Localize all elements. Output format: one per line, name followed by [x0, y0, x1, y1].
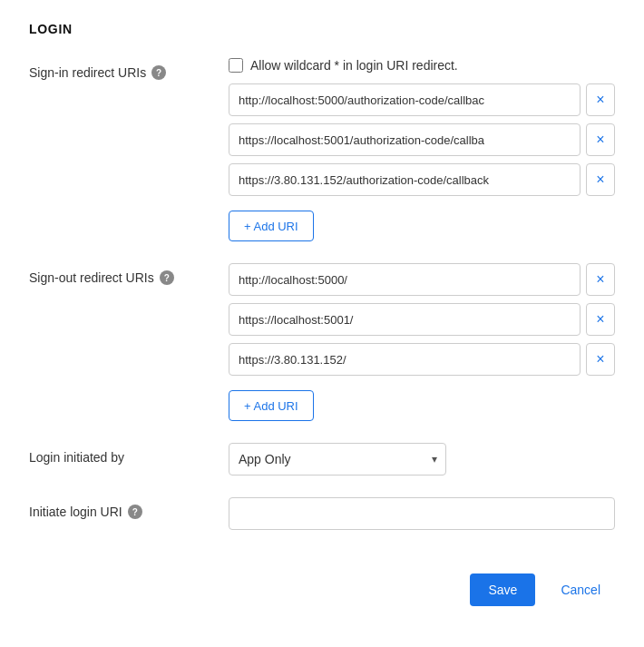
signin-label: Sign-in redirect URIs ?: [29, 58, 229, 80]
login-initiated-label: Login initiated by: [29, 443, 229, 465]
signout-redirect-row: Sign-out redirect URIs ? × × × + Add URI: [29, 263, 615, 421]
signin-uri-input-0[interactable]: [229, 83, 581, 116]
login-initiated-select[interactable]: App Only Either (Okta or App) Okta only: [229, 443, 446, 475]
signin-remove-btn-0[interactable]: ×: [586, 83, 615, 116]
remove-icon-2: ×: [596, 172, 604, 188]
signin-content: Allow wildcard * in login URI redirect. …: [229, 58, 615, 241]
signout-add-uri-button[interactable]: + Add URI: [229, 390, 314, 421]
page-container: LOGIN Sign-in redirect URIs ? Allow wild…: [29, 22, 615, 606]
signout-remove-btn-0[interactable]: ×: [586, 263, 615, 296]
signout-help-icon[interactable]: ?: [160, 270, 174, 285]
wildcard-row: Allow wildcard * in login URI redirect.: [229, 58, 615, 73]
wildcard-checkbox[interactable]: [229, 58, 243, 73]
signout-uri-input-0[interactable]: [229, 263, 581, 296]
remove-icon-1: ×: [596, 132, 604, 148]
signout-label: Sign-out redirect URIs ?: [29, 263, 229, 285]
login-initiated-row: Login initiated by App Only Either (Okta…: [29, 443, 615, 475]
initiate-login-row: Initiate login URI ?: [29, 497, 615, 530]
section-title: LOGIN: [29, 22, 615, 36]
signout-uri-row-1: ×: [229, 303, 615, 336]
initiate-login-input[interactable]: [229, 497, 615, 530]
signout-remove-icon-0: ×: [596, 271, 604, 288]
remove-icon-0: ×: [596, 92, 604, 108]
signout-uri-row-0: ×: [229, 263, 615, 296]
signin-uri-row-0: ×: [229, 83, 615, 116]
signout-uri-input-2[interactable]: [229, 343, 581, 376]
signin-redirect-row: Sign-in redirect URIs ? Allow wildcard *…: [29, 58, 615, 241]
form-actions: Save Cancel: [29, 559, 615, 606]
initiate-login-help-icon[interactable]: ?: [128, 505, 142, 519]
save-button[interactable]: Save: [470, 573, 535, 606]
signin-uri-row-1: ×: [229, 123, 615, 156]
signout-remove-icon-2: ×: [596, 351, 604, 368]
signin-label-text: Sign-in redirect URIs: [29, 65, 146, 80]
signout-remove-btn-1[interactable]: ×: [586, 303, 615, 336]
signin-uri-input-2[interactable]: [229, 163, 581, 196]
cancel-button[interactable]: Cancel: [546, 573, 615, 606]
signout-content: × × × + Add URI: [229, 263, 615, 421]
signin-uri-row-2: ×: [229, 163, 615, 196]
signout-remove-btn-2[interactable]: ×: [586, 343, 615, 376]
signin-help-icon[interactable]: ?: [151, 65, 166, 80]
initiate-login-label-text: Initiate login URI: [29, 505, 122, 519]
signout-remove-icon-1: ×: [596, 311, 604, 328]
signin-remove-btn-1[interactable]: ×: [586, 123, 615, 156]
login-initiated-label-text: Login initiated by: [29, 450, 124, 465]
initiate-login-label: Initiate login URI ?: [29, 497, 229, 519]
initiate-login-content: [229, 497, 615, 530]
login-initiated-content: App Only Either (Okta or App) Okta only …: [229, 443, 615, 475]
signout-uri-row-2: ×: [229, 343, 615, 376]
signout-uri-input-1[interactable]: [229, 303, 581, 336]
signin-add-uri-button[interactable]: + Add URI: [229, 211, 314, 241]
wildcard-label: Allow wildcard * in login URI redirect.: [250, 58, 458, 73]
signin-uri-input-1[interactable]: [229, 123, 581, 156]
signout-label-text: Sign-out redirect URIs: [29, 270, 154, 285]
signin-remove-btn-2[interactable]: ×: [586, 163, 615, 196]
login-initiated-select-wrapper: App Only Either (Okta or App) Okta only …: [229, 443, 446, 475]
